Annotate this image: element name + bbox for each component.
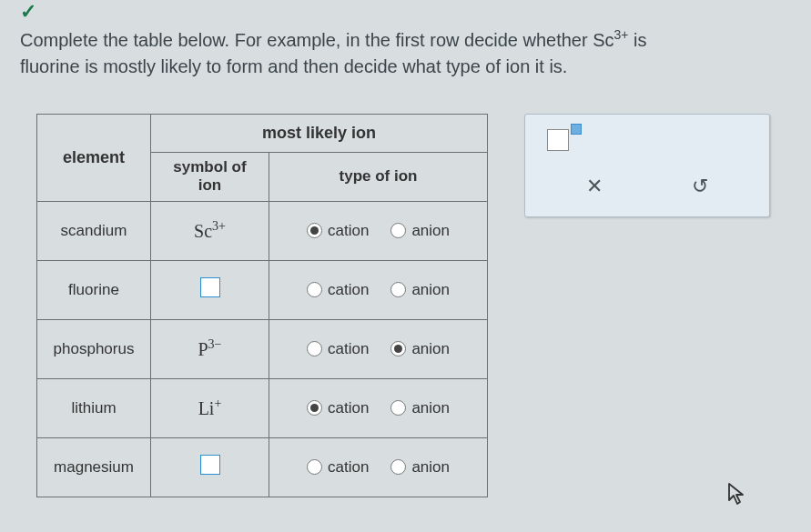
anion-label: anion — [411, 458, 450, 477]
radio-icon — [307, 282, 322, 297]
header-type-of-ion: type of ion — [269, 153, 488, 202]
anion-radio[interactable]: anion — [390, 222, 450, 240]
cation-radio[interactable]: cation — [307, 458, 369, 477]
element-cell: fluorine — [37, 260, 151, 319]
cation-label: cation — [328, 458, 369, 477]
table-row: magnesium cation anion — [37, 437, 488, 497]
header-most-likely-ion: most likely ion — [151, 115, 488, 153]
cation-radio[interactable]: cation — [307, 340, 369, 358]
radio-icon — [307, 223, 322, 238]
instructions-line1-pre: Complete the table below. For example, i… — [20, 30, 614, 50]
ion-sup: 3+ — [212, 219, 226, 233]
header-element: element — [37, 115, 151, 202]
anion-label: anion — [411, 340, 450, 358]
close-button[interactable]: ✕ — [579, 171, 610, 202]
element-cell: lithium — [37, 378, 151, 437]
element-cell: phosphorus — [37, 319, 151, 378]
radio-icon — [390, 459, 406, 475]
type-cell: cation anion — [269, 437, 488, 497]
undo-button[interactable]: ↺ — [684, 171, 715, 202]
anion-label: anion — [411, 222, 450, 240]
toolbox-panel: ✕ ↺ — [524, 114, 770, 217]
type-cell: cation anion — [269, 260, 488, 319]
type-cell: cation anion — [269, 319, 488, 378]
base-box-icon — [547, 129, 569, 151]
ion-sup: 3− — [208, 337, 222, 351]
table-row: lithium Li+ cation anion — [37, 378, 488, 437]
table-row: fluorine cation anion — [37, 260, 488, 319]
type-cell: cation anion — [269, 378, 488, 437]
cation-radio[interactable]: cation — [307, 399, 369, 417]
ion-base: Li — [198, 398, 215, 418]
ion-table: element most likely ion symbol of ion ty… — [36, 114, 488, 497]
radio-icon — [390, 282, 406, 297]
type-cell: cation anion — [269, 201, 488, 260]
element-cell: magnesium — [37, 437, 151, 497]
cation-radio[interactable]: cation — [307, 281, 369, 299]
anion-label: anion — [411, 281, 450, 299]
radio-icon — [390, 223, 406, 238]
anion-label: anion — [411, 399, 450, 417]
check-icon: ✓ — [20, 0, 36, 24]
instructions-text: Complete the table below. For example, i… — [20, 25, 806, 80]
cursor-icon — [727, 482, 747, 512]
element-cell: scandium — [37, 201, 151, 260]
superscript-tool-button[interactable] — [547, 129, 753, 151]
instructions-line2: fluorine is mostly likely to form and th… — [20, 56, 567, 76]
anion-radio[interactable]: anion — [390, 458, 450, 477]
radio-icon — [307, 341, 322, 356]
ion-sup: + — [214, 396, 221, 410]
ion-base: Sc — [194, 221, 212, 241]
radio-icon — [390, 400, 406, 416]
symbol-cell[interactable]: Li+ — [151, 378, 269, 437]
radio-icon — [307, 400, 322, 416]
ion-base: P — [198, 339, 208, 359]
header-symbol-of-ion-l2: ion — [198, 176, 222, 194]
anion-radio[interactable]: anion — [390, 340, 450, 358]
radio-icon — [307, 459, 322, 475]
radio-icon — [390, 341, 406, 356]
anion-radio[interactable]: anion — [390, 399, 450, 417]
blank-input-icon[interactable] — [200, 455, 220, 475]
cation-radio[interactable]: cation — [307, 222, 369, 240]
blank-input-icon[interactable] — [200, 277, 220, 297]
symbol-cell[interactable] — [151, 437, 269, 497]
table-row: scandium Sc3+ cation anion — [37, 201, 488, 260]
symbol-cell[interactable]: Sc3+ — [151, 201, 269, 260]
header-symbol-of-ion-l1: symbol of — [173, 158, 246, 176]
instructions-line1-post: is — [629, 30, 647, 50]
cation-label: cation — [328, 399, 369, 417]
symbol-cell[interactable]: P3− — [151, 319, 269, 378]
anion-radio[interactable]: anion — [390, 281, 450, 299]
cation-label: cation — [328, 222, 369, 240]
instructions-line1-sup: 3+ — [614, 27, 629, 42]
header-symbol-of-ion: symbol of ion — [151, 153, 269, 202]
cation-label: cation — [328, 281, 369, 299]
table-row: phosphorus P3− cation anion — [37, 319, 488, 378]
symbol-cell[interactable] — [151, 260, 269, 319]
cation-label: cation — [328, 340, 369, 358]
superscript-box-icon — [571, 124, 582, 135]
